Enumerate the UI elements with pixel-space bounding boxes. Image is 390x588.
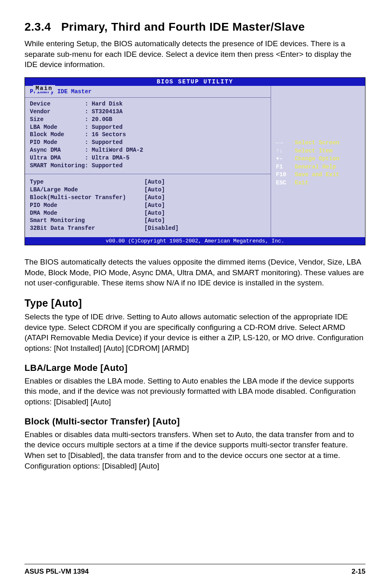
footer-left: ASUS P5L-VM 1394 <box>25 568 89 576</box>
bios-help-key: ↑↓ <box>276 147 295 155</box>
block-body: Enables or disables data multi-sectors t… <box>25 429 365 471</box>
bios-tab-main[interactable]: Main <box>33 85 55 92</box>
bios-help-desc: Change Option <box>295 155 339 163</box>
bios-help-key: F10 <box>276 171 295 179</box>
page-footer: ASUS P5L-VM 1394 2-15 <box>25 564 365 576</box>
type-body: Selects the type of IDE drive. Setting t… <box>25 312 365 354</box>
bios-window: BIOS SETUP UTILITY Main Primary IDE Mast… <box>25 77 365 245</box>
intro-paragraph: While entering Setup, the BIOS automatic… <box>25 38 365 70</box>
bios-help-desc: Select Screen <box>295 139 339 147</box>
bios-setting-value: [Auto] <box>144 217 165 224</box>
lba-heading: LBA/Large Mode [Auto] <box>25 363 365 373</box>
bios-settings: Type[Auto]LBA/Large Mode[Auto]Block(Mult… <box>25 174 271 237</box>
bios-title-text: BIOS SETUP UTILITY <box>157 79 233 85</box>
bios-help-list: ←→Select Screen↑↓Select Item+-Change Opt… <box>276 139 360 187</box>
bios-setting-row[interactable]: LBA/Large Mode[Auto] <box>30 186 266 194</box>
bios-setting-row[interactable]: PIO Mode[Auto] <box>30 202 266 209</box>
bios-help-desc: Exit <box>295 179 309 187</box>
bios-setting-label: Smart Monitoring <box>30 217 144 224</box>
bios-help-row: ←→Select Screen <box>276 139 360 147</box>
section-title-text: Primary, Third and Fourth IDE Master/Sla… <box>61 20 305 33</box>
bios-setting-row[interactable]: Smart Monitoring[Auto] <box>30 217 266 224</box>
bios-footer: v00.00 (C)Copyright 1985-2002, American … <box>25 237 365 245</box>
section-heading: 2.3.4 Primary, Third and Fourth IDE Mast… <box>25 20 365 34</box>
bios-help-key: ESC <box>276 179 295 187</box>
bios-help-key: +- <box>276 155 295 163</box>
bios-setting-row[interactable]: 32Bit Data Transfer[Disabled] <box>30 224 266 232</box>
bios-setting-value: [Auto] <box>144 194 165 202</box>
bios-help-row: ↑↓Select Item <box>276 147 360 155</box>
bios-help-key: ←→ <box>276 139 295 147</box>
bios-panel-title: Primary IDE Master <box>25 86 271 98</box>
bios-help-row: F1General Help <box>276 163 360 171</box>
type-heading: Type [Auto] <box>25 297 365 309</box>
bios-left-panel: Primary IDE Master Device : Hard Disk Ve… <box>25 86 271 237</box>
bios-specs: Device : Hard Disk Vendor : ST320413A Si… <box>25 98 271 174</box>
bios-setting-label: PIO Mode <box>30 202 144 209</box>
bios-help-desc: General Help <box>295 163 336 171</box>
bios-setting-label: LBA/Large Mode <box>30 186 144 194</box>
bios-help-row: +-Change Option <box>276 155 360 163</box>
bios-setting-label: Block(Multi-sector Transfer) <box>30 194 144 202</box>
bios-setting-row[interactable]: DMA Mode[Auto] <box>30 209 266 217</box>
bios-setting-label: 32Bit Data Transfer <box>30 224 144 232</box>
bios-help-row: F10Save and Exit <box>276 171 360 179</box>
footer-right: 2-15 <box>352 568 365 576</box>
bios-setting-value: [Auto] <box>144 178 165 186</box>
bios-setting-row[interactable]: Block(Multi-sector Transfer)[Auto] <box>30 194 266 202</box>
bios-setting-value: [Auto] <box>144 209 165 217</box>
bios-help-key: F1 <box>276 163 295 171</box>
bios-setting-label: DMA Mode <box>30 209 144 217</box>
bios-setting-value: [Disabled] <box>144 224 179 232</box>
bios-help-desc: Select Item <box>295 147 332 155</box>
after-bios-paragraph: The BIOS automatically detects the value… <box>25 257 365 288</box>
bios-setting-value: [Auto] <box>144 186 165 194</box>
bios-setting-row[interactable]: Type[Auto] <box>30 178 266 186</box>
bios-help-panel: ←→Select Screen↑↓Select Item+-Change Opt… <box>271 86 365 237</box>
bios-body: Primary IDE Master Device : Hard Disk Ve… <box>25 86 365 237</box>
section-number: 2.3.4 <box>25 20 51 33</box>
lba-body: Enables or disables the LBA mode. Settin… <box>25 376 365 407</box>
bios-help-desc: Save and Exit <box>295 171 339 179</box>
bios-help-row: ESCExit <box>276 179 360 187</box>
bios-setting-label: Type <box>30 178 144 186</box>
bios-title-bar: BIOS SETUP UTILITY Main <box>25 78 365 86</box>
bios-setting-value: [Auto] <box>144 202 165 209</box>
block-heading: Block (Multi-sector Transfer) [Auto] <box>25 416 365 427</box>
